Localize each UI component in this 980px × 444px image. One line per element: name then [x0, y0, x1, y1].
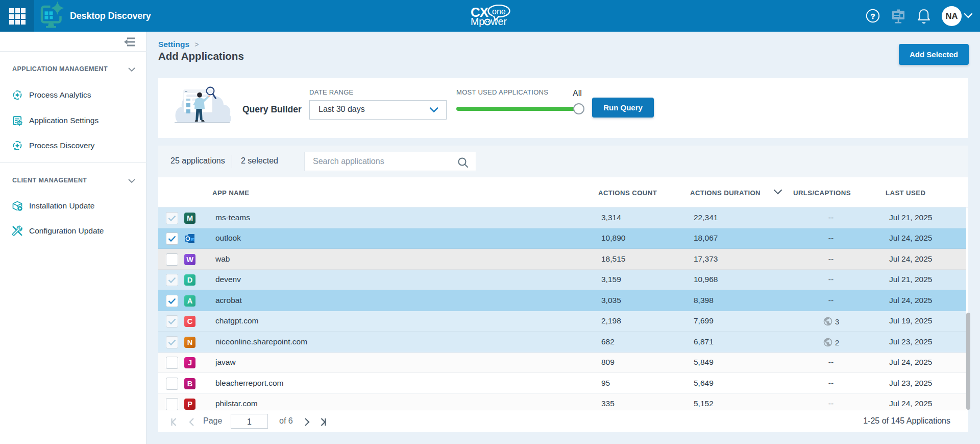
svg-text:one: one [492, 7, 506, 16]
svg-text:?: ? [871, 12, 875, 20]
svg-text:wer: wer [491, 16, 507, 27]
svg-text:Mp: Mp [471, 16, 484, 27]
